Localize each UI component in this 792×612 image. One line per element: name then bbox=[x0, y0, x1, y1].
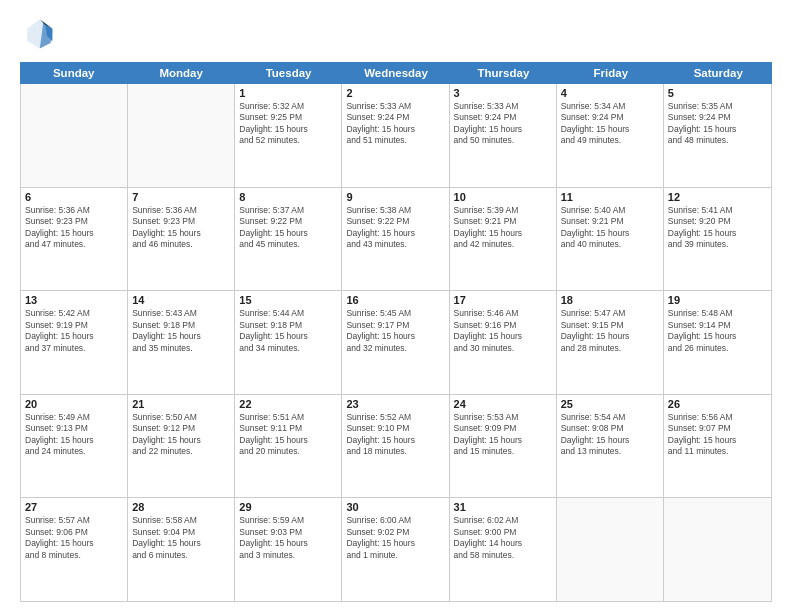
cell-line: Daylight: 15 hours bbox=[668, 228, 767, 239]
cell-line: Sunrise: 5:46 AM bbox=[454, 308, 552, 319]
cell-line: Sunrise: 6:00 AM bbox=[346, 515, 444, 526]
cell-line: Sunrise: 5:36 AM bbox=[25, 205, 123, 216]
cal-cell: 18Sunrise: 5:47 AMSunset: 9:15 PMDayligh… bbox=[557, 291, 664, 394]
cell-line: and 1 minute. bbox=[346, 550, 444, 561]
cell-line: Sunrise: 5:53 AM bbox=[454, 412, 552, 423]
cell-line: and 39 minutes. bbox=[668, 239, 767, 250]
cell-line: Sunset: 9:22 PM bbox=[346, 216, 444, 227]
day-number: 10 bbox=[454, 191, 552, 203]
week-row-1: 6Sunrise: 5:36 AMSunset: 9:23 PMDaylight… bbox=[21, 188, 771, 292]
day-number: 21 bbox=[132, 398, 230, 410]
cell-line: Sunrise: 5:35 AM bbox=[668, 101, 767, 112]
day-number: 11 bbox=[561, 191, 659, 203]
cell-line: Sunset: 9:02 PM bbox=[346, 527, 444, 538]
cell-line: Sunrise: 5:32 AM bbox=[239, 101, 337, 112]
cal-cell: 11Sunrise: 5:40 AMSunset: 9:21 PMDayligh… bbox=[557, 188, 664, 291]
cal-cell: 14Sunrise: 5:43 AMSunset: 9:18 PMDayligh… bbox=[128, 291, 235, 394]
cell-line: and 32 minutes. bbox=[346, 343, 444, 354]
cell-line: Daylight: 14 hours bbox=[454, 538, 552, 549]
cell-line: Sunset: 9:11 PM bbox=[239, 423, 337, 434]
cell-line: Sunrise: 5:58 AM bbox=[132, 515, 230, 526]
cell-line: Sunset: 9:24 PM bbox=[454, 112, 552, 123]
cal-cell: 8Sunrise: 5:37 AMSunset: 9:22 PMDaylight… bbox=[235, 188, 342, 291]
week-row-0: 1Sunrise: 5:32 AMSunset: 9:25 PMDaylight… bbox=[21, 84, 771, 188]
cell-line: Sunrise: 5:38 AM bbox=[346, 205, 444, 216]
cell-line: Sunrise: 5:50 AM bbox=[132, 412, 230, 423]
cal-cell: 16Sunrise: 5:45 AMSunset: 9:17 PMDayligh… bbox=[342, 291, 449, 394]
cell-line: Daylight: 15 hours bbox=[25, 538, 123, 549]
cell-line: and 11 minutes. bbox=[668, 446, 767, 457]
cell-line: and 20 minutes. bbox=[239, 446, 337, 457]
cell-line: Sunrise: 5:57 AM bbox=[25, 515, 123, 526]
cell-line: Sunrise: 5:56 AM bbox=[668, 412, 767, 423]
day-number: 15 bbox=[239, 294, 337, 306]
cell-line: and 51 minutes. bbox=[346, 135, 444, 146]
cell-line: and 37 minutes. bbox=[25, 343, 123, 354]
header bbox=[20, 16, 772, 52]
cell-line: and 24 minutes. bbox=[25, 446, 123, 457]
day-number: 19 bbox=[668, 294, 767, 306]
cell-line: Sunset: 9:18 PM bbox=[132, 320, 230, 331]
calendar: SundayMondayTuesdayWednesdayThursdayFrid… bbox=[20, 62, 772, 602]
cell-line: Sunset: 9:03 PM bbox=[239, 527, 337, 538]
cell-line: Sunset: 9:00 PM bbox=[454, 527, 552, 538]
cell-line: Daylight: 15 hours bbox=[132, 435, 230, 446]
page: SundayMondayTuesdayWednesdayThursdayFrid… bbox=[0, 0, 792, 612]
day-number: 14 bbox=[132, 294, 230, 306]
cell-line: Sunset: 9:19 PM bbox=[25, 320, 123, 331]
cell-line: Sunset: 9:25 PM bbox=[239, 112, 337, 123]
header-day-thursday: Thursday bbox=[450, 62, 557, 84]
cell-line: Sunset: 9:24 PM bbox=[668, 112, 767, 123]
cell-line: Daylight: 15 hours bbox=[561, 435, 659, 446]
cal-cell: 17Sunrise: 5:46 AMSunset: 9:16 PMDayligh… bbox=[450, 291, 557, 394]
cell-line: Daylight: 15 hours bbox=[239, 435, 337, 446]
day-number: 27 bbox=[25, 501, 123, 513]
cell-line: and 22 minutes. bbox=[132, 446, 230, 457]
cell-line: Sunrise: 5:47 AM bbox=[561, 308, 659, 319]
cell-line: Daylight: 15 hours bbox=[346, 331, 444, 342]
cell-line: Sunrise: 5:36 AM bbox=[132, 205, 230, 216]
cell-line: Sunrise: 5:54 AM bbox=[561, 412, 659, 423]
header-day-tuesday: Tuesday bbox=[235, 62, 342, 84]
day-number: 26 bbox=[668, 398, 767, 410]
cell-line: Sunrise: 5:34 AM bbox=[561, 101, 659, 112]
cell-line: Sunset: 9:20 PM bbox=[668, 216, 767, 227]
cell-line: Daylight: 15 hours bbox=[239, 124, 337, 135]
day-number: 24 bbox=[454, 398, 552, 410]
cell-line: Sunrise: 6:02 AM bbox=[454, 515, 552, 526]
cell-line: and 18 minutes. bbox=[346, 446, 444, 457]
cell-line: Daylight: 15 hours bbox=[25, 435, 123, 446]
cell-line: and 26 minutes. bbox=[668, 343, 767, 354]
cell-line: and 34 minutes. bbox=[239, 343, 337, 354]
cal-cell: 1Sunrise: 5:32 AMSunset: 9:25 PMDaylight… bbox=[235, 84, 342, 187]
cal-cell: 13Sunrise: 5:42 AMSunset: 9:19 PMDayligh… bbox=[21, 291, 128, 394]
cell-line: Daylight: 15 hours bbox=[346, 435, 444, 446]
cell-line: Sunset: 9:12 PM bbox=[132, 423, 230, 434]
cell-line: Daylight: 15 hours bbox=[239, 331, 337, 342]
cell-line: Sunrise: 5:45 AM bbox=[346, 308, 444, 319]
day-number: 25 bbox=[561, 398, 659, 410]
cell-line: Daylight: 15 hours bbox=[346, 228, 444, 239]
cell-line: Daylight: 15 hours bbox=[561, 331, 659, 342]
cell-line: Daylight: 15 hours bbox=[454, 228, 552, 239]
cell-line: Daylight: 15 hours bbox=[132, 331, 230, 342]
cell-line: and 30 minutes. bbox=[454, 343, 552, 354]
cell-line: Sunset: 9:09 PM bbox=[454, 423, 552, 434]
cell-line: Sunset: 9:16 PM bbox=[454, 320, 552, 331]
header-day-friday: Friday bbox=[557, 62, 664, 84]
cell-line: Daylight: 15 hours bbox=[668, 124, 767, 135]
day-number: 2 bbox=[346, 87, 444, 99]
cell-line: Daylight: 15 hours bbox=[346, 538, 444, 549]
header-day-wednesday: Wednesday bbox=[342, 62, 449, 84]
day-number: 18 bbox=[561, 294, 659, 306]
cell-line: Sunset: 9:08 PM bbox=[561, 423, 659, 434]
day-number: 12 bbox=[668, 191, 767, 203]
day-number: 22 bbox=[239, 398, 337, 410]
header-day-sunday: Sunday bbox=[20, 62, 127, 84]
cell-line: and 46 minutes. bbox=[132, 239, 230, 250]
cell-line: Sunset: 9:22 PM bbox=[239, 216, 337, 227]
cell-line: Daylight: 15 hours bbox=[561, 124, 659, 135]
week-row-4: 27Sunrise: 5:57 AMSunset: 9:06 PMDayligh… bbox=[21, 498, 771, 601]
cell-line: Sunrise: 5:52 AM bbox=[346, 412, 444, 423]
cell-line: and 13 minutes. bbox=[561, 446, 659, 457]
